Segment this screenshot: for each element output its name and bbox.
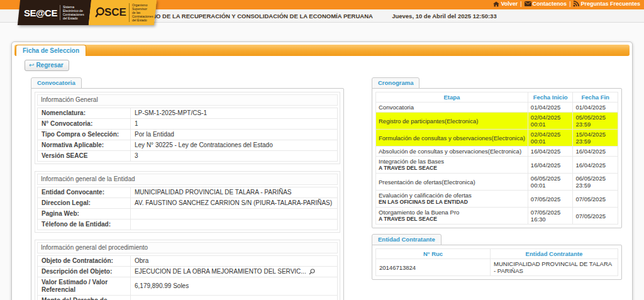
cronograma-box: Etapa Fecha Inicio Fecha Fin Convocatori…: [372, 88, 622, 228]
fecha-fin: 07/05/2025: [573, 191, 618, 208]
ruc-value: 20146713824: [376, 259, 491, 276]
volver-link[interactable]: Volver: [493, 1, 518, 7]
section-title: Información General: [37, 94, 338, 106]
section-title: Información general del procedimiento: [37, 242, 338, 253]
row-label: Objeto de Contratación:: [38, 256, 131, 267]
fecha-inicio: 07/05/2025: [528, 191, 573, 208]
cronograma-row: Otorgamiento de la Buena ProA TRAVES DEL…: [376, 208, 618, 225]
etapa-text: Otorgamiento de la Buena Pro: [379, 209, 459, 216]
fecha-fin: 15/04/2025 23:59: [573, 130, 618, 147]
row-value: 6,179,890.99 Soles: [131, 277, 338, 296]
info-row: Versión SEACE 3: [38, 151, 338, 162]
info-row: Pagina Web:: [38, 209, 338, 219]
osce-logo: SCE Organismo Supervisor de las Contrata…: [89, 0, 157, 25]
convocatoria-column: Convocatoria Información General Nomencl…: [31, 76, 344, 300]
row-label: Entidad Convocante:: [38, 187, 131, 198]
col-fecha-inicio: Fecha Inicio: [528, 92, 573, 103]
fecha-fin: 06/05/2025 23:59: [573, 174, 618, 191]
info-row: N° Convocatoria: 1: [38, 119, 338, 130]
etapa-detail: A TRAVES DEL SEACE: [379, 165, 525, 172]
descripcion-value: EJECUCION DE LA OBRA MEJORAMIENTO DEL SE…: [135, 268, 306, 275]
row-value: [131, 209, 338, 219]
back-arrow-icon: ↩: [29, 62, 34, 69]
cronograma-row: Presentación de ofertas(Electronica) 06/…: [376, 174, 618, 191]
tab-cronograma[interactable]: Cronograma: [372, 77, 419, 89]
row-label: N° Convocatoria:: [38, 119, 131, 130]
osce-logo-subtitle: Organismo Supervisor de las Contratacion…: [129, 3, 150, 22]
page: Volver | Contactenos | Preguntas Frecuen…: [0, 0, 644, 300]
section-informacion-general: Información General Nomenclatura: LP-SM-…: [35, 92, 340, 164]
contactenos-label: Contactenos: [533, 1, 567, 7]
contactenos-link[interactable]: Contactenos: [525, 1, 567, 7]
info-row: Objeto de Contratación: Obra: [38, 256, 338, 267]
entidad-row: 20146713824 MUNICIPALIDAD PROVINCIAL DE …: [376, 259, 618, 276]
seace-logo-title: SE@CE: [24, 8, 57, 18]
fecha-inicio: 06/05/2025 00:01: [528, 174, 573, 191]
home-icon: [493, 1, 499, 7]
motto-text: AÑO DE LA RECUPERACIÓN Y CONSOLIDACIÓN D…: [147, 13, 372, 19]
volver-label: Volver: [501, 1, 518, 7]
entidad-contratante-box: N° Ruc Entidad Contratante 20146713824 M…: [372, 245, 622, 280]
row-value: AV. FAUSTINO SANCHEZ CARRION S/N (PIURA-…: [131, 198, 338, 209]
section-title: Información general de la Entidad: [37, 174, 338, 185]
regresar-button[interactable]: ↩Regresar: [25, 60, 69, 71]
row-label: Descripción del Objeto:: [38, 267, 131, 277]
row-label: Versión SEACE: [38, 151, 131, 162]
info-row: Télefono de la Entidad:: [38, 219, 338, 230]
cronograma-row: Registro de participantes(Electronica) 0…: [376, 113, 618, 130]
regresar-label: Regresar: [36, 62, 63, 69]
etapa-detail: A TRAVES DEL SEACE: [379, 216, 525, 223]
row-value: Obra: [131, 256, 338, 267]
magnifier-icon[interactable]: [309, 269, 315, 275]
cronograma-row: Integración de las BasesA TRAVES DEL SEA…: [376, 157, 618, 174]
section-informacion-procedimiento: Información general del procedimiento Ob…: [35, 240, 340, 300]
row-value: 3: [131, 151, 338, 162]
tab-bar: Ficha de Seleccion: [14, 45, 630, 56]
etapa-text: Formulación de consultas y observaciones…: [379, 135, 525, 142]
fecha-inicio: 16/04/2025: [528, 147, 573, 157]
etapa-text: Evaluación y calificación de ofertas: [379, 192, 472, 199]
fecha-inicio: 07/05/2025 16:30: [528, 208, 573, 225]
row-label: Télefono de la Entidad:: [38, 219, 131, 230]
col-fecha-fin: Fecha Fin: [573, 92, 618, 103]
etapa-text: Registro de participantes(Electronica): [379, 118, 525, 125]
fecha-fin: 16/04/2025: [573, 147, 618, 157]
mail-icon: [525, 1, 531, 6]
etapa-text: Convocatoria: [379, 104, 525, 111]
col-ruc: N° Ruc: [376, 249, 491, 259]
preguntas-frecuentes-link[interactable]: Preguntas Frecuentes: [573, 1, 640, 7]
current-datetime: Jueves, 10 de Abril del 2025 12:50:33: [392, 13, 497, 19]
entidad-nombre: MUNICIPALIDAD PROVINCIAL DE TALARA - PAR…: [491, 259, 618, 276]
entidad-contratante-table: N° Ruc Entidad Contratante 20146713824 M…: [375, 248, 618, 276]
link-separator: |: [569, 1, 570, 7]
col-etapa: Etapa: [376, 92, 528, 103]
tab-convocatoria[interactable]: Convocatoria: [31, 77, 82, 89]
tab-entidad-contratante[interactable]: Entidad Contratante: [372, 234, 441, 245]
row-value: GRATUITO: [131, 296, 338, 300]
rss-icon: [573, 1, 579, 7]
row-label: Direccion Legal:: [38, 198, 131, 209]
convocatoria-box: Información General Nomenclatura: LP-SM-…: [31, 88, 344, 300]
fecha-inicio: 02/04/2025 00:01: [528, 113, 573, 130]
cronograma-row: Convocatoria 01/04/2025 01/04/2025: [376, 103, 618, 113]
row-label: Monto del Derecho de Participacion:: [38, 296, 131, 300]
preguntas-frecuentes-label: Preguntas Frecuentes: [580, 1, 640, 7]
tab-ficha-de-seleccion[interactable]: Ficha de Seleccion: [16, 45, 86, 56]
row-value: [131, 219, 338, 230]
etapa-text: Integración de las Bases: [379, 158, 444, 165]
etapa-text: Presentación de ofertas(Electronica): [379, 179, 525, 186]
header-logo[interactable]: SE@CE Sistema Electrónico de Contratacio…: [18, 0, 157, 25]
row-value: 1: [131, 119, 338, 130]
seace-logo: SE@CE Sistema Electrónico de Contratacio…: [18, 0, 91, 25]
osce-logo-title: SCE: [104, 6, 126, 19]
fecha-fin: 05/05/2025 23:59: [573, 113, 618, 130]
fecha-fin: 07/05/2025: [573, 208, 618, 225]
etapa-detail: EN LAS OFICINAS DE LA ENTIDAD: [379, 199, 525, 206]
fecha-inicio: 16/04/2025: [528, 157, 573, 174]
cronograma-table: Etapa Fecha Inicio Fecha Fin Convocatori…: [375, 92, 618, 225]
info-row: Normativa Aplicable: Ley N° 30225 - Ley …: [38, 140, 338, 151]
row-value: MUNICIPALIDAD PROVINCIAL DE TALARA - PAR…: [131, 187, 338, 198]
seace-logo-subtitle: Sistema Electrónico de Contrataciones de…: [60, 5, 85, 20]
cronograma-row: Formulación de consultas y observaciones…: [376, 130, 618, 147]
info-row: Tipo Compra o Selección: Por la Entidad: [38, 130, 338, 140]
